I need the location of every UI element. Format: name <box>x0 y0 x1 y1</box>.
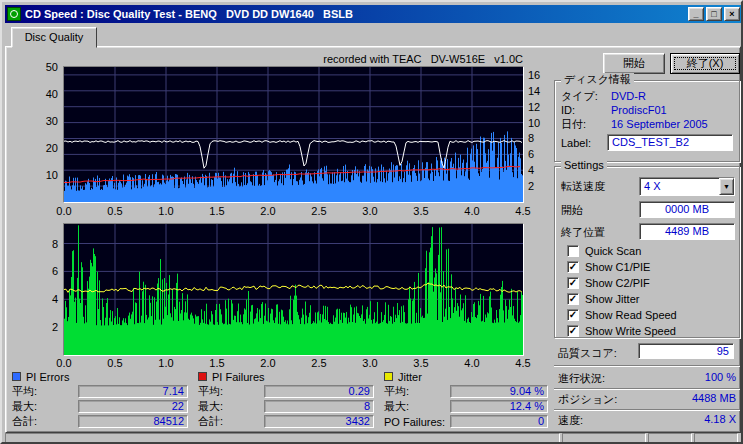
stats-pi-failures: PI Failures 平均: 0.29 最大: 8 合計: 3432 <box>198 370 374 429</box>
quality-score-box: 95 <box>638 343 734 359</box>
speed-combobox[interactable]: 4 X ▼ <box>639 177 735 196</box>
minimize-button[interactable]: _ <box>688 7 704 21</box>
axis-tick-label: 6 <box>528 148 534 160</box>
show-write-speed-checkbox[interactable]: ✓ <box>567 325 579 337</box>
end-position-label: 終了位置 <box>561 226 605 239</box>
check-icon: ✓ <box>569 278 577 288</box>
axis-tick-label: 0.0 <box>53 205 75 217</box>
disc-date-label: 日付: <box>561 118 586 131</box>
stat-value-box: 8 <box>264 400 374 413</box>
progress-label: 進行状況: <box>558 371 605 385</box>
stat-label: 平均: <box>384 384 450 399</box>
end-position-field[interactable]: 4489 MB <box>639 223 735 240</box>
checkbox-label: Show C2/PIF <box>585 277 650 289</box>
speed-combobox-value: 4 X <box>640 178 719 195</box>
settings-group-title: Settings <box>561 159 607 172</box>
axis-tick-label: 0.5 <box>104 357 126 369</box>
checkbox-row-show-read-speed[interactable]: ✓ Show Read Speed <box>567 308 677 322</box>
separator <box>554 365 740 367</box>
speed-row: 速度: 4.18 X <box>558 413 736 427</box>
axis-tick-label: 10 <box>46 169 58 181</box>
show-c1-pie-checkbox[interactable]: ✓ <box>567 261 579 273</box>
axis-tick-label: 14 <box>528 85 540 97</box>
checkbox-row-show-c1-pie[interactable]: ✓ Show C1/PIE <box>567 260 650 274</box>
stat-label: 平均: <box>198 384 264 399</box>
maximize-icon: □ <box>711 9 716 19</box>
stat-value-box: 22 <box>78 400 188 413</box>
checkbox-label: Show Read Speed <box>585 309 677 321</box>
show-jitter-checkbox[interactable]: ✓ <box>567 293 579 305</box>
close-icon: × <box>729 9 734 19</box>
show-read-speed-checkbox[interactable]: ✓ <box>567 309 579 321</box>
position-row: ポジション: 4488 MB <box>558 392 736 406</box>
checkbox-row-show-c2-pif[interactable]: ✓ Show C2/PIF <box>567 276 650 290</box>
disc-icon <box>10 10 18 18</box>
checkbox-row-quick-scan[interactable]: ✓ Quick Scan <box>567 244 641 258</box>
axis-tick-label: 10 <box>528 117 540 129</box>
top-chart-x-axis: 0.00.51.01.52.02.53.03.54.04.5 <box>64 205 523 217</box>
axis-tick-label: 0.5 <box>104 205 126 217</box>
axis-tick-label: 4.5 <box>512 205 534 217</box>
checkbox-row-show-jitter[interactable]: ✓ Show Jitter <box>567 292 639 306</box>
close-button[interactable]: × <box>724 7 740 21</box>
stats-group-title: Jitter <box>398 371 422 383</box>
stat-label: 合計: <box>198 414 264 429</box>
stat-value-box: 84512 <box>78 415 188 428</box>
minimize-icon: _ <box>693 9 698 19</box>
stats-group-title: PI Errors <box>26 371 69 383</box>
speed-label: 転送速度 <box>561 180 605 193</box>
axis-tick-label: 3.0 <box>359 357 381 369</box>
speed-row-value: 4.18 X <box>704 413 736 427</box>
combobox-arrow-button[interactable]: ▼ <box>719 178 734 195</box>
axis-tick-label: 3.5 <box>410 357 432 369</box>
statusbar-segment <box>562 433 646 444</box>
axis-tick-label: 20 <box>46 142 58 154</box>
title-bar[interactable]: CD Speed : Disc Quality Test - BENQ DVD … <box>5 5 742 23</box>
quick-scan-checkbox[interactable]: ✓ <box>567 245 579 257</box>
stats-pi-errors: PI Errors 平均: 7.14 最大: 22 合計: 84512 <box>12 370 188 429</box>
bottom-chart-x-axis: 0.00.51.01.52.02.53.03.54.04.5 <box>64 357 523 369</box>
pi-failures-jitter-chart <box>64 224 523 355</box>
axis-tick-label: 30 <box>46 115 58 127</box>
stat-label: 最大: <box>12 399 78 414</box>
top-chart-right-axis: 161412108642 <box>526 67 548 202</box>
axis-tick-label: 0.0 <box>53 357 75 369</box>
tab-label: Disc Quality <box>25 31 84 43</box>
stat-value-box: 12.4 % <box>450 400 548 413</box>
start-position-field[interactable]: 0000 MB <box>639 201 735 218</box>
jitter-color-swatch <box>384 372 393 381</box>
check-icon: ✓ <box>569 310 577 320</box>
checkbox-row-show-write-speed[interactable]: ✓ Show Write Speed <box>567 324 676 338</box>
stat-label: 最大: <box>198 399 264 414</box>
axis-tick-label: 4.0 <box>461 205 483 217</box>
separator <box>554 409 740 411</box>
stat-label: 最大: <box>384 399 450 414</box>
disc-info-group: ディスク情報 タイプ: DVD-R ID: ProdiscF01 日付: 16 … <box>554 80 740 162</box>
app-icon[interactable] <box>7 7 21 21</box>
progress-value: 100 % <box>705 371 736 385</box>
disc-info-group-title: ディスク情報 <box>561 73 634 86</box>
recorded-note: recorded with TEAC DV-W516E v1.0C <box>64 53 523 65</box>
status-bar <box>5 433 738 444</box>
axis-tick-label: 16 <box>528 69 540 81</box>
pi-errors-color-swatch <box>12 372 21 381</box>
app-window: CD Speed : Disc Quality Test - BENQ DVD … <box>0 0 743 444</box>
exit-button[interactable]: 終了(X) <box>670 53 740 74</box>
start-button[interactable]: 開始 <box>603 53 665 74</box>
maximize-button[interactable]: □ <box>706 7 722 21</box>
stats-jitter: Jitter 平均: 9.04 % 最大: 12.4 % PO Failures… <box>384 370 548 429</box>
axis-tick-label: 2 <box>528 180 534 192</box>
axis-tick-label: 3.5 <box>410 205 432 217</box>
axis-tick-label: 50 <box>46 61 58 73</box>
show-c2-pif-checkbox[interactable]: ✓ <box>567 277 579 289</box>
top-chart-frame <box>63 66 524 203</box>
axis-tick-label: 2.0 <box>257 205 279 217</box>
tab-disc-quality[interactable]: Disc Quality <box>11 27 97 48</box>
statusbar-segment <box>694 433 738 444</box>
axis-tick-label: 6 <box>52 265 58 277</box>
axis-tick-label: 4.0 <box>461 357 483 369</box>
axis-tick-label: 2.5 <box>308 205 330 217</box>
axis-tick-label: 1.0 <box>155 205 177 217</box>
check-icon: ✓ <box>569 326 577 336</box>
pi-failures-color-swatch <box>198 372 207 381</box>
